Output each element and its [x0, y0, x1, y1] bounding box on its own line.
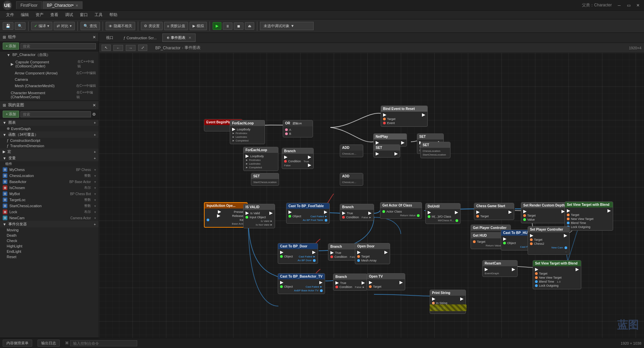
var-components-header[interactable]: 组件	[0, 161, 99, 167]
var-startchess[interactable]: ⊞ StartChessLocation 整数 ▾	[0, 203, 99, 209]
compile-btn[interactable]: ✓ 编译 ▾	[31, 22, 52, 30]
node-set-view-target1[interactable]: Set View Target with Blend Target New Vi…	[565, 201, 613, 231]
node-branch1[interactable]: Branch ConditionTrue False	[282, 148, 314, 169]
eject-btn[interactable]: ⏏	[245, 22, 254, 30]
close-btn[interactable]: ✕	[635, 2, 641, 9]
functions-header[interactable]: ▼ 函数（34可覆盖） +	[0, 131, 99, 138]
menu-help[interactable]: 帮助	[106, 11, 121, 18]
find-btn[interactable]: 🔍 查找	[80, 22, 100, 30]
event-reset[interactable]: Reset	[0, 254, 99, 259]
menu-edit[interactable]: 编辑	[17, 11, 32, 18]
event-death[interactable]: Death	[0, 233, 99, 238]
hide-btn[interactable]: 👁 隐藏不相关	[106, 22, 135, 30]
components-header[interactable]: ⊞ 组件 ✕	[0, 33, 99, 41]
node-cast-bp-baseactor[interactable]: Cast To BP_BaseActor_TV ObjectCast Faile…	[278, 273, 325, 294]
node-or[interactable]: OR 逻辑OR A B	[283, 120, 313, 137]
event-moving[interactable]: Moving	[0, 227, 99, 233]
var-newcam[interactable]: ⊞ NewCam Camera Actor ▾	[0, 215, 99, 221]
stop-btn[interactable]: ⏹	[234, 22, 244, 30]
node-add2[interactable]: ADD ChessLoc...	[340, 173, 363, 186]
browse-btn[interactable]: 🔍	[15, 22, 25, 30]
tab-bp-charactor[interactable]: BP_Charactor• ✕	[43, 1, 83, 9]
canvas-expand-btn[interactable]: ⤢	[138, 45, 147, 51]
node-cast-bp-door[interactable]: Cast To BP_Door ObjectCast Failed ► As B…	[278, 243, 318, 264]
eventgraph-item[interactable]: ⊕ EventGraph	[0, 126, 99, 131]
node-is-valid[interactable]: IS VALID Is Valid Input Object Is Valid …	[243, 204, 275, 228]
event-endlight[interactable]: EndLight	[0, 249, 99, 254]
cmd-input[interactable]	[70, 340, 137, 346]
graphs-add-icon[interactable]: +	[94, 121, 96, 125]
menu-window[interactable]: 窗口	[76, 11, 91, 18]
tree-arrow[interactable]: Arrow Component (Arrow) 在C++中编辑	[0, 70, 99, 76]
node-open-tv[interactable]: Open TV Target	[367, 273, 405, 290]
class-settings-btn[interactable]: ⚙ 类设置	[141, 22, 163, 30]
node-set2[interactable]: SET	[373, 144, 400, 158]
breadcrumb-root[interactable]: BP_Charactor	[155, 46, 180, 50]
canvas-nav-back[interactable]: ↖	[102, 45, 111, 51]
breadcrumb-current[interactable]: 事件图表	[184, 45, 201, 51]
canvas-tab-viewport[interactable]: 视口	[102, 34, 118, 42]
transform-dim-item[interactable]: ƒ TransformDimension	[0, 143, 99, 149]
tree-charmove[interactable]: Character Movement (CharMoveComp) 在C++中编…	[0, 89, 99, 101]
var-baseactor[interactable]: ⊞ BaseActor BP Base Actor ▾	[0, 179, 99, 185]
node-foreach1[interactable]: ForEachLoop LoopBody ► FirstIndex ► Last…	[230, 120, 265, 144]
play-btn[interactable]: ▶	[213, 22, 221, 30]
macros-add-icon[interactable]: +	[94, 150, 96, 154]
node-set-render-depth[interactable]: Set Render Custom Depth Target Value	[521, 202, 567, 223]
canvas-nav-prev[interactable]: ←	[113, 45, 123, 51]
node-set3[interactable]: SET ChessLocation StartChessLocation	[420, 142, 450, 158]
blueprint-canvas[interactable]: Event BeginPlay ForEachLoop LoopBody ► F…	[99, 53, 644, 338]
canvas-area[interactable]: 视口 ƒ Construction Scr... ⊕ 事件图表 ✕ ↖ ← →	[99, 33, 644, 338]
tree-root[interactable]: ▼ BP_Charactor（自我）	[0, 51, 99, 58]
var-mychess[interactable]: ⊞ MyChess BP Chess ▾	[0, 167, 99, 173]
node-reset-cam[interactable]: ResetCam EventGraph	[482, 260, 518, 277]
class-defaults-btn[interactable]: ≡ 类默认值	[164, 22, 188, 30]
menu-file[interactable]: 文件	[3, 11, 17, 18]
blueprints-header[interactable]: ⊞ 我的蓝图 ✕	[0, 101, 99, 109]
menu-debug[interactable]: 调试	[62, 11, 76, 18]
node-branch2[interactable]: Branch True ConditionFalse ►	[340, 204, 374, 221]
node-cast-foottable[interactable]: Cast To BP_FootTable ObjectCast Failed ►…	[286, 203, 330, 224]
node-chess-game-start[interactable]: Chess Game Start Target	[474, 203, 514, 220]
canvas-tab-construction[interactable]: ƒ Construction Scr...	[119, 34, 161, 42]
node-input-action[interactable]: InputAction Ope... Pressed Released Key …	[204, 202, 248, 228]
node-foreach2[interactable]: ForEachLoop LoopBody ► FirstIndex ► Last…	[243, 147, 278, 171]
blueprints-settings-icon[interactable]: ⚙	[92, 112, 96, 117]
event-dispatchers-header[interactable]: ▼ 事件分发器 +	[0, 221, 99, 227]
tab-bp-charactor-close[interactable]: ✕	[75, 4, 78, 7]
var-mybot[interactable]: ⊞ MyBot BP Chess Bot ▾	[0, 191, 99, 197]
save-btn[interactable]: 💾	[3, 22, 13, 30]
tree-camera[interactable]: Camera	[0, 76, 99, 82]
tree-mesh[interactable]: Mesh (CharacterMesh0) 在C++中编辑	[0, 82, 99, 89]
var-lock[interactable]: ◉ Lock 布尔 ▾	[0, 209, 99, 215]
canvas-tab-event-graph-close[interactable]: ✕	[189, 36, 191, 40]
graphs-header[interactable]: ▼ 图表 +	[0, 119, 99, 126]
simulate-btn[interactable]: ▶ 模拟	[190, 22, 207, 30]
components-search-input[interactable]	[20, 43, 96, 49]
tab-firstfloor[interactable]: FirstFloor	[16, 1, 42, 9]
menu-tools[interactable]: 工具	[91, 11, 106, 18]
event-check[interactable]: Check	[0, 238, 99, 243]
node-branch4[interactable]: Branch True ConditionFalse ►	[333, 274, 367, 291]
diff-btn[interactable]: ⇄ 对比 ▾	[54, 22, 75, 30]
event-highlight[interactable]: HighLight	[0, 243, 99, 249]
macros-header[interactable]: ▶ 宏 +	[0, 149, 99, 155]
restore-btn[interactable]: ▭	[625, 2, 632, 9]
var-ischosen[interactable]: ◉ IsChosen 布尔 ▾	[0, 185, 99, 191]
debug-target-dropdown[interactable]: 未选中调试对象 ▼	[260, 22, 314, 30]
blueprints-search-input[interactable]	[20, 111, 91, 117]
node-set-view-target2[interactable]: Set View Target with Blend Target New Vi…	[533, 260, 581, 289]
node-set-player-ctrl2[interactable]: Set Player Controller Target Chess2 New …	[528, 226, 570, 255]
node-open-door[interactable]: Open Door Target Mesh Array	[355, 243, 390, 264]
minimize-btn[interactable]: ─	[616, 2, 623, 9]
canvas-tab-event-graph[interactable]: ⊕ 事件图表 ✕	[162, 34, 196, 42]
blueprints-add-btn[interactable]: + 添加	[3, 111, 19, 118]
construction-script-item[interactable]: ƒ ConstructionScript	[0, 138, 99, 143]
components-add-btn[interactable]: + 添加	[3, 43, 19, 50]
output-log-btn[interactable]: 输出日志	[38, 340, 60, 347]
pause-btn[interactable]: ⏸	[223, 22, 232, 30]
node-get-actor[interactable]: Get Actor Of Class Actor Class Return Va…	[380, 202, 422, 219]
variables-add-icon[interactable]: +	[94, 156, 96, 160]
variables-header[interactable]: ▼ 变量 +	[0, 155, 99, 161]
menu-asset[interactable]: 资产	[32, 11, 47, 18]
